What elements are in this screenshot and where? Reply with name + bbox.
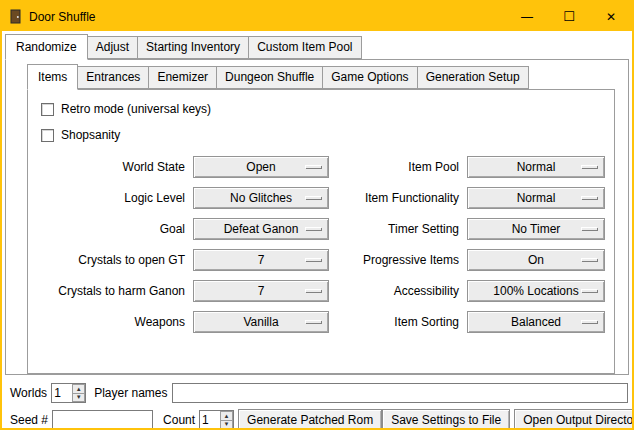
seed-input[interactable] — [52, 410, 153, 430]
logic-level-dropdown[interactable]: No Glitches — [193, 187, 329, 209]
worlds-input[interactable] — [52, 384, 72, 402]
dropdown-indicator-icon — [581, 320, 597, 323]
close-icon[interactable]: ✕ — [590, 2, 632, 31]
dropdown-indicator-icon — [305, 165, 321, 168]
timer-setting-dropdown[interactable]: No Timer — [467, 218, 605, 240]
settings-grid: World State Open Item Pool Normal Logic … — [36, 156, 614, 333]
accessibility-dropdown[interactable]: 100% Locations — [467, 280, 605, 302]
weapons-label: Weapons — [36, 315, 188, 329]
bottom-bar: Worlds ▲ ▼ Player names Seed # Count — [2, 375, 632, 430]
logic-level-label: Logic Level — [36, 191, 188, 205]
dropdown-value: Open — [246, 160, 275, 174]
player-names-input[interactable] — [172, 383, 629, 403]
outer-tab-bar: Randomize Adjust Starting Inventory Cust… — [5, 34, 632, 59]
app-window: Door Shuffle — ☐ ✕ Randomize Adjust Star… — [0, 0, 634, 430]
tab-entrances[interactable]: Entrances — [77, 66, 149, 89]
item-sorting-label: Item Sorting — [334, 315, 462, 329]
dropdown-value: Normal — [517, 191, 556, 205]
timer-setting-label: Timer Setting — [334, 222, 462, 236]
tab-enemizer[interactable]: Enemizer — [148, 66, 217, 89]
item-sorting-dropdown[interactable]: Balanced — [467, 311, 605, 333]
world-state-dropdown[interactable]: Open — [193, 156, 329, 178]
count-input[interactable] — [200, 411, 220, 429]
count-spinbox[interactable]: ▲ ▼ — [199, 410, 234, 430]
dropdown-indicator-icon — [305, 258, 321, 261]
tab-starting-inventory[interactable]: Starting Inventory — [137, 36, 249, 59]
dropdown-indicator-icon — [581, 165, 597, 168]
worlds-row: Worlds ▲ ▼ Player names — [10, 383, 628, 403]
dropdown-value: 7 — [258, 284, 265, 298]
retro-mode-checkbox-row: Retro mode (universal keys) — [41, 102, 614, 116]
dropdown-value: 7 — [258, 253, 265, 267]
dropdown-indicator-icon — [305, 227, 321, 230]
shopsanity-checkbox-row: Shopsanity — [41, 128, 614, 142]
randomize-panel: Items Entrances Enemizer Dungeon Shuffle… — [5, 59, 629, 375]
seed-label: Seed # — [10, 413, 48, 427]
item-functionality-label: Item Functionality — [334, 191, 462, 205]
window-content: Randomize Adjust Starting Inventory Cust… — [2, 31, 632, 430]
tab-randomize[interactable]: Randomize — [5, 34, 88, 60]
shopsanity-label[interactable]: Shopsanity — [61, 128, 120, 142]
dropdown-indicator-icon — [305, 196, 321, 199]
minimize-icon[interactable]: — — [506, 2, 548, 31]
dropdown-indicator-icon — [305, 320, 321, 323]
dropdown-indicator-icon — [581, 196, 597, 199]
dropdown-value: Balanced — [511, 315, 561, 329]
spin-down-icon[interactable]: ▼ — [72, 393, 85, 403]
progressive-items-label: Progressive Items — [334, 253, 462, 267]
tab-items[interactable]: Items — [27, 64, 78, 90]
crystals-harm-ganon-label: Crystals to harm Ganon — [36, 284, 188, 298]
tab-generation-setup[interactable]: Generation Setup — [417, 66, 529, 89]
window-controls: — ☐ ✕ — [506, 2, 632, 31]
dropdown-indicator-icon — [305, 289, 321, 292]
goal-dropdown[interactable]: Defeat Ganon — [193, 218, 329, 240]
shopsanity-checkbox[interactable] — [41, 129, 54, 142]
titlebar[interactable]: Door Shuffle — ☐ ✕ — [2, 2, 632, 31]
retro-mode-checkbox[interactable] — [41, 103, 54, 116]
seed-row: Seed # Count ▲ ▼ Generate Patched Rom Sa… — [10, 409, 628, 430]
open-output-directory-button[interactable]: Open Output Directory — [514, 409, 634, 430]
maximize-icon[interactable]: ☐ — [548, 2, 590, 31]
spin-down-icon[interactable]: ▼ — [220, 420, 233, 430]
dropdown-indicator-icon — [581, 258, 597, 261]
worlds-label: Worlds — [10, 386, 47, 400]
crystals-open-gt-label: Crystals to open GT — [36, 253, 188, 267]
weapons-dropdown[interactable]: Vanilla — [193, 311, 329, 333]
dropdown-value: Normal — [517, 160, 556, 174]
progressive-items-dropdown[interactable]: On — [467, 249, 605, 271]
items-panel: Retro mode (universal keys) Shopsanity W… — [27, 89, 615, 374]
dropdown-value: Vanilla — [243, 315, 278, 329]
spin-up-icon[interactable]: ▲ — [72, 384, 85, 393]
dropdown-value: Defeat Ganon — [224, 222, 299, 236]
dropdown-value: 100% Locations — [493, 284, 578, 298]
tab-game-options[interactable]: Game Options — [322, 66, 417, 89]
goal-label: Goal — [36, 222, 188, 236]
crystals-harm-ganon-dropdown[interactable]: 7 — [193, 280, 329, 302]
count-label: Count — [163, 413, 195, 427]
dropdown-value: No Timer — [512, 222, 561, 236]
worlds-spin-arrows: ▲ ▼ — [72, 384, 85, 402]
window-title: Door Shuffle — [29, 10, 96, 24]
world-state-label: World State — [36, 160, 188, 174]
spin-up-icon[interactable]: ▲ — [220, 411, 233, 420]
dropdown-value: No Glitches — [230, 191, 292, 205]
dropdown-indicator-icon — [581, 227, 597, 230]
item-functionality-dropdown[interactable]: Normal — [467, 187, 605, 209]
crystals-open-gt-dropdown[interactable]: 7 — [193, 249, 329, 271]
item-pool-dropdown[interactable]: Normal — [467, 156, 605, 178]
accessibility-label: Accessibility — [334, 284, 462, 298]
dropdown-value: On — [528, 253, 544, 267]
tab-adjust[interactable]: Adjust — [87, 36, 138, 59]
tab-custom-item-pool[interactable]: Custom Item Pool — [248, 36, 361, 59]
inner-tab-bar: Items Entrances Enemizer Dungeon Shuffle… — [27, 64, 615, 89]
item-pool-label: Item Pool — [334, 160, 462, 174]
worlds-spinbox[interactable]: ▲ ▼ — [51, 383, 86, 403]
count-spin-arrows: ▲ ▼ — [220, 411, 233, 429]
retro-mode-label[interactable]: Retro mode (universal keys) — [61, 102, 211, 116]
generate-patched-rom-button[interactable]: Generate Patched Rom — [238, 409, 382, 430]
player-names-label: Player names — [94, 386, 167, 400]
dropdown-indicator-icon — [581, 289, 597, 292]
save-settings-button[interactable]: Save Settings to File — [382, 409, 510, 430]
app-icon — [8, 9, 23, 24]
tab-dungeon-shuffle[interactable]: Dungeon Shuffle — [216, 66, 323, 89]
